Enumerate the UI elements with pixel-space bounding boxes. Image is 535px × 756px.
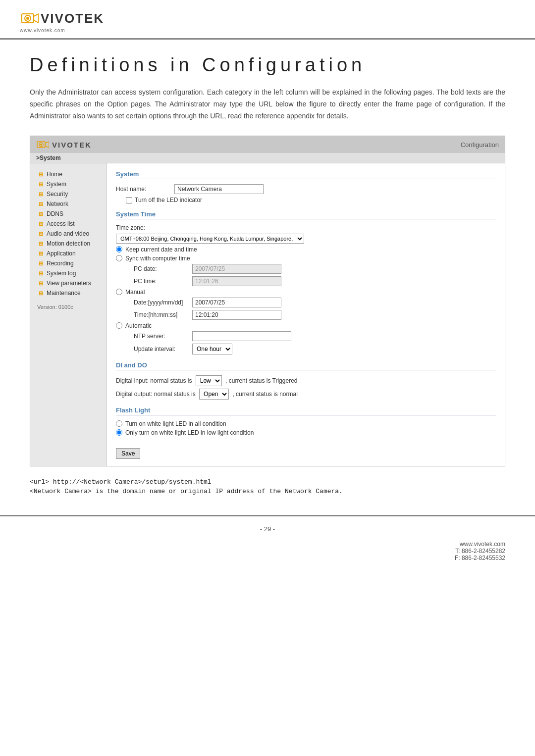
recording-icon: ⊞: [37, 260, 44, 267]
keep-current-row: Keep current date and time: [116, 246, 496, 253]
flash-title: Flash Light: [116, 406, 496, 415]
svg-marker-3: [34, 14, 39, 23]
footer-fax: F: 886-2-82455532: [455, 554, 505, 561]
keep-current-radio[interactable]: [116, 246, 122, 252]
di-select[interactable]: Low: [196, 375, 222, 386]
hostname-input[interactable]: [174, 184, 264, 194]
config-header: VIVOTEK Configuration: [30, 136, 505, 153]
sidebar-item-ddns[interactable]: ⊞ DDNS: [30, 209, 107, 219]
sidebar-item-home[interactable]: ⊞ Home: [30, 169, 107, 179]
update-interval-row: Update interval: One hour: [134, 344, 496, 354]
led-row: Turn off the LED indicator: [126, 197, 496, 203]
sidebar: ⊞ Home ⊞ System ⊞ Security ⊞ Network ⊞: [30, 163, 107, 466]
page-footer: - 29 - www.vivotek.com T: 886-2-82455282…: [0, 515, 535, 570]
logo-area: VIVOTEK www.vivotek.com: [20, 9, 515, 33]
ntp-input[interactable]: [192, 331, 291, 341]
flash-option1-label: Turn on white light LED in all condition: [125, 420, 226, 427]
system-icon: ⊞: [37, 181, 44, 188]
do-row: Digital output: normal status is Open , …: [116, 389, 496, 400]
di-text2: , current status is Triggered: [225, 377, 297, 384]
sidebar-item-label: DDNS: [47, 210, 63, 217]
led-checkbox[interactable]: [126, 197, 132, 203]
url-line1: <url> http://<Network Camera>/setup/syst…: [30, 478, 505, 486]
manual-radio[interactable]: [116, 289, 122, 295]
sidebar-item-label: Access list: [47, 220, 75, 227]
page-number: - 29 -: [260, 525, 275, 533]
time-input[interactable]: [192, 310, 281, 320]
security-icon: ⊞: [37, 191, 44, 198]
system-time-section: System Time Time zone: GMT+08:00 Beijing…: [116, 210, 496, 354]
sidebar-item-view-parameters[interactable]: ⊞ View parameters: [30, 278, 107, 288]
automatic-row: Automatic: [116, 322, 496, 329]
url-line2: <Network Camera> is the domain name or o…: [30, 488, 505, 495]
page-header: VIVOTEK www.vivotek.com: [0, 0, 535, 40]
sidebar-item-system[interactable]: ⊞ System: [30, 179, 107, 189]
camera-icon: [20, 9, 39, 28]
logo-brand: VIVOTEK: [41, 11, 104, 26]
pc-date-input: [192, 264, 281, 274]
pc-time-input: [192, 276, 281, 286]
update-interval-select[interactable]: One hour: [192, 344, 232, 354]
footer-contact: www.vivotek.com T: 886-2-82455282 F: 886…: [455, 541, 505, 561]
sidebar-item-label: System log: [47, 270, 76, 277]
flash-option1-row: Turn on white light LED in all condition: [116, 420, 496, 427]
access-list-icon: ⊞: [37, 221, 44, 227]
intro-paragraph: Only the Administrator can access system…: [30, 87, 505, 122]
sidebar-item-security[interactable]: ⊞ Security: [30, 189, 107, 199]
sidebar-item-access-list[interactable]: ⊞ Access list: [30, 219, 107, 229]
sidebar-item-label: View parameters: [47, 280, 91, 287]
flash-option2-radio[interactable]: [116, 429, 122, 436]
do-text1: Digital output: normal status is: [116, 391, 196, 398]
ntp-row: NTP server:: [134, 331, 496, 341]
timezone-select[interactable]: GMT+08:00 Beijing, Chongqing, Hong Kong,…: [116, 234, 304, 244]
application-icon: ⊞: [37, 251, 44, 257]
system-section: System Host name: Turn off the LED indic…: [116, 170, 496, 203]
pc-time-label: PC time:: [134, 278, 188, 285]
sidebar-item-maintenance[interactable]: ⊞ Maintenance: [30, 288, 107, 298]
main-content: Definitions in Configuration Only the Ad…: [0, 40, 535, 515]
do-select[interactable]: Open: [199, 389, 229, 400]
sidebar-item-network[interactable]: ⊞ Network: [30, 199, 107, 209]
sidebar-item-system-log[interactable]: ⊞ System log: [30, 268, 107, 278]
pc-date-row: PC date:: [134, 264, 496, 274]
sync-computer-row: Sync with computer time: [116, 255, 496, 262]
update-label: Update interval:: [134, 346, 188, 353]
sidebar-item-audio-video[interactable]: ⊞ Audio and video: [30, 229, 107, 239]
network-icon: ⊞: [37, 201, 44, 207]
flash-section: Flash Light Turn on white light LED in a…: [116, 406, 496, 436]
automatic-radio[interactable]: [116, 322, 122, 329]
svg-point-6: [40, 144, 42, 146]
vivotek-logo: VIVOTEK www.vivotek.com: [20, 9, 104, 33]
date-input[interactable]: [192, 298, 281, 307]
automatic-label: Automatic: [125, 322, 152, 329]
sidebar-item-label: Motion detection: [47, 240, 90, 247]
url-section: <url> http://<Network Camera>/setup/syst…: [30, 478, 505, 495]
date-label: Date:[yyyy/mm/dd]: [134, 299, 188, 306]
footer-phone: T: 886-2-82455282: [455, 548, 505, 554]
config-panel: System Host name: Turn off the LED indic…: [107, 163, 505, 466]
config-header-title: Configuration: [461, 141, 499, 149]
sidebar-item-label: Security: [47, 191, 68, 198]
manual-label: Manual: [125, 289, 145, 296]
config-frame: VIVOTEK Configuration >System ⊞ Home ⊞ S…: [30, 136, 505, 466]
flash-option1-radio[interactable]: [116, 420, 122, 427]
pc-time-row: PC time:: [134, 276, 496, 286]
flash-option2-row: Only turn on white light LED in low ligh…: [116, 429, 496, 436]
sidebar-item-label: System: [47, 181, 66, 188]
hostname-row: Host name:: [116, 184, 496, 194]
led-label: Turn off the LED indicator: [135, 197, 202, 203]
timezone-select-row: GMT+08:00 Beijing, Chongqing, Hong Kong,…: [116, 234, 496, 244]
di-do-section: DI and DO Digital input: normal status i…: [116, 361, 496, 400]
save-button[interactable]: Save: [116, 448, 140, 459]
sidebar-item-label: Maintenance: [47, 290, 81, 297]
config-brand-label: VIVOTEK: [52, 141, 92, 149]
manual-row: Manual: [116, 289, 496, 296]
sync-computer-radio[interactable]: [116, 255, 122, 261]
ntp-label: NTP server:: [134, 333, 188, 340]
timezone-label: Time zone:: [116, 224, 170, 231]
keep-current-label: Keep current date and time: [125, 246, 197, 253]
sidebar-item-recording[interactable]: ⊞ Recording: [30, 258, 107, 268]
ddns-icon: ⊞: [37, 211, 44, 217]
sidebar-item-application[interactable]: ⊞ Application: [30, 249, 107, 258]
sidebar-item-motion-detection[interactable]: ⊞ Motion detection: [30, 239, 107, 249]
